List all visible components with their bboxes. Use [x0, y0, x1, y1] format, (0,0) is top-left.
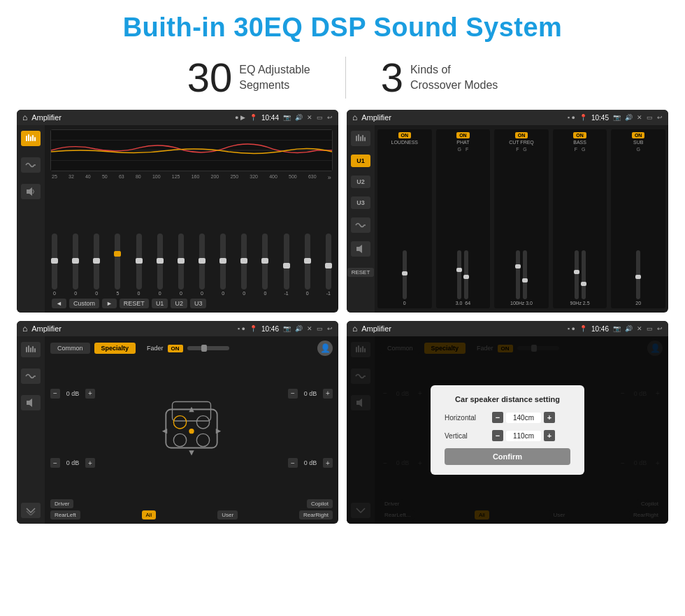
eq-slider-3[interactable]: 5 — [115, 234, 120, 296]
horizontal-plus[interactable]: + — [544, 412, 555, 423]
db-value-fl: 0 dB — [63, 390, 82, 397]
db-plus-rr[interactable]: + — [323, 458, 333, 468]
ch-phat-label: PHAT — [456, 140, 469, 145]
sidebar-vol-btn[interactable] — [21, 184, 41, 199]
u2-side-btn[interactable]: U2 — [351, 176, 370, 188]
eq-slider-2[interactable]: 0 — [94, 234, 99, 296]
back-icon-3[interactable]: ↩ — [327, 325, 333, 332]
horizontal-minus[interactable]: − — [492, 412, 503, 423]
db-value-fr: 0 dB — [301, 390, 320, 397]
ch-loudness-label: LOUDNESS — [391, 140, 419, 145]
sidebar2-vol-btn[interactable] — [351, 241, 370, 257]
db-minus-fl[interactable]: − — [50, 389, 60, 399]
time-3: 10:46 — [261, 325, 279, 333]
back-icon-1[interactable]: ↩ — [327, 114, 333, 121]
sidebar2-wave-btn[interactable] — [351, 217, 370, 233]
sidebar3-expand-btn[interactable] — [21, 503, 41, 518]
back-icon-2[interactable]: ↩ — [657, 114, 663, 121]
eq-slider-6[interactable]: 0 — [178, 234, 184, 296]
svg-rect-17 — [28, 345, 29, 352]
confirm-button[interactable]: Confirm — [445, 448, 570, 465]
eq-slider-8[interactable]: 0 — [220, 234, 226, 296]
svg-point-25 — [196, 415, 209, 428]
u2-btn[interactable]: U2 — [171, 299, 187, 308]
ch-phat-slider-area[interactable] — [438, 152, 489, 299]
x-icon-4: ✕ — [637, 325, 642, 332]
svg-rect-13 — [362, 135, 363, 141]
ch-phat-on: ON — [456, 132, 470, 138]
svg-point-26 — [173, 434, 186, 446]
user-btn[interactable]: User — [217, 510, 238, 520]
driver-btn[interactable]: Driver — [50, 499, 73, 508]
rect-icon-4: ▭ — [647, 325, 653, 332]
ch-cutfreq-on: ON — [515, 132, 528, 138]
sidebar3-eq-btn[interactable] — [21, 342, 41, 357]
home-icon-1[interactable]: ⌂ — [22, 113, 27, 122]
sidebar3-vol-btn[interactable] — [21, 395, 41, 410]
db-plus-fr[interactable]: + — [323, 389, 333, 399]
copilot-btn[interactable]: Copilot — [307, 499, 333, 508]
db-minus-fr[interactable]: − — [288, 389, 298, 399]
prev-btn[interactable]: ◄ — [52, 299, 66, 308]
home-icon-2[interactable]: ⌂ — [352, 113, 357, 122]
svg-rect-11 — [358, 134, 359, 141]
eq-slider-0[interactable]: 0 — [52, 234, 57, 296]
eq-freq-labels: 25 32 40 50 63 80 100 125 160 200 250 32… — [50, 174, 333, 181]
sidebar3-wave-btn[interactable] — [21, 368, 41, 384]
reset-btn[interactable]: RESET — [120, 299, 149, 308]
ch-bass-slider-area[interactable] — [554, 152, 606, 299]
eq-slider-7[interactable]: 0 — [199, 234, 205, 296]
db-plus-rl[interactable]: + — [85, 458, 95, 468]
eq-slider-1[interactable]: 0 — [73, 234, 78, 296]
cam-icon-3: 📷 — [283, 325, 291, 332]
u3-side-btn[interactable]: U3 — [351, 196, 370, 209]
db-minus-rr[interactable]: − — [288, 458, 298, 468]
screens-grid: ⌂ Amplifier ● ▶ 📍 10:44 📷 🔊 ✕ ▭ ↩ — [0, 110, 685, 533]
location-icon-2: 📍 — [579, 114, 587, 121]
db-minus-rl[interactable]: − — [50, 458, 60, 468]
rearright-btn[interactable]: RearRight — [299, 510, 333, 520]
svg-rect-19 — [32, 346, 34, 352]
eq-slider-9[interactable]: 0 — [241, 234, 247, 296]
eq-bottom-bar: ◄ Custom ► RESET U1 U2 U3 — [50, 296, 333, 310]
sidebar2-eq-btn[interactable] — [351, 131, 370, 146]
eq-slider-10[interactable]: 0 — [262, 234, 268, 296]
sidebar-wave-btn[interactable] — [21, 157, 41, 173]
eq-slider-11[interactable]: -1 — [284, 234, 289, 296]
s3-bottom-btns: Driver Copilot — [50, 496, 333, 508]
back-icon-4[interactable]: ↩ — [657, 325, 663, 332]
distance-dialog: Car speaker distance setting Horizontal … — [431, 385, 584, 475]
db-plus-fl[interactable]: + — [85, 389, 95, 399]
ch-cutfreq-slider-area[interactable] — [496, 152, 547, 299]
eq-slider-4[interactable]: 0 — [136, 234, 142, 296]
u1-side-btn[interactable]: U1 — [351, 155, 370, 167]
ch-loudness-slider[interactable] — [379, 147, 431, 299]
vertical-minus[interactable]: − — [492, 430, 503, 441]
reset-side-btn[interactable]: RESET — [347, 268, 375, 277]
vertical-plus[interactable]: + — [544, 430, 555, 441]
cam-icon-4: 📷 — [613, 325, 621, 332]
home-icon-3[interactable]: ⌂ — [22, 324, 27, 334]
vol-icon-2: 🔊 — [625, 114, 633, 121]
eq-slider-12[interactable]: 0 — [305, 234, 310, 296]
svg-rect-4 — [34, 137, 36, 141]
eq-desc: EQ Adjustable Segments — [239, 62, 310, 94]
u1-btn[interactable]: U1 — [152, 299, 168, 308]
play-dots-1: ● ▶ — [235, 114, 245, 121]
sidebar-eq-btn[interactable] — [21, 131, 41, 146]
ch-sub-slider-area[interactable] — [612, 152, 664, 299]
u3-btn[interactable]: U3 — [190, 299, 207, 308]
tab-specialty[interactable]: Specialty — [94, 343, 136, 354]
home-icon-4[interactable]: ⌂ — [352, 324, 357, 334]
person-icon: 👤 — [317, 341, 333, 356]
eq-slider-5[interactable]: 0 — [157, 234, 163, 296]
tab-common[interactable]: Common — [50, 343, 90, 354]
all-btn[interactable]: All — [142, 510, 157, 520]
db-control-fl: − 0 dB + — [50, 389, 95, 399]
next-btn[interactable]: ► — [102, 299, 117, 308]
svg-marker-31 — [162, 429, 167, 434]
rearleft-btn[interactable]: RearLeft — [50, 510, 80, 520]
status-bar-1: ⌂ Amplifier ● ▶ 📍 10:44 📷 🔊 ✕ ▭ ↩ — [17, 110, 338, 125]
eq-slider-13[interactable]: -1 — [326, 234, 331, 296]
fader-track[interactable] — [187, 346, 229, 350]
